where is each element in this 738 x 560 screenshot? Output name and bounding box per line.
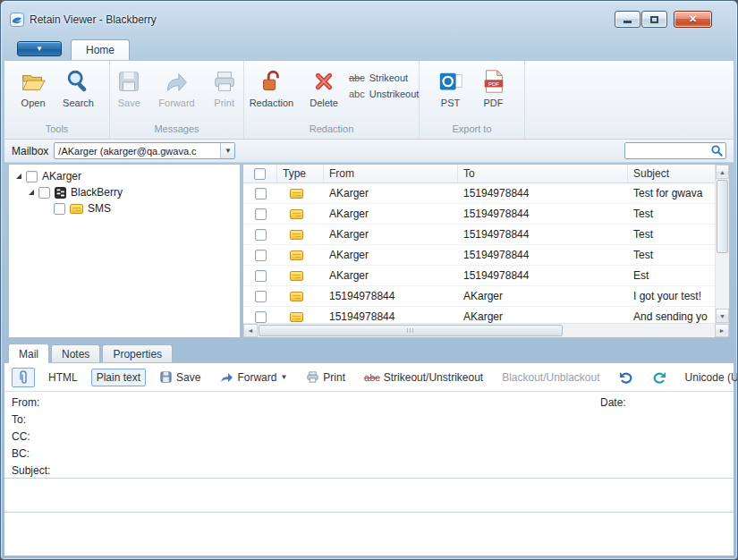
tree-checkbox[interactable] — [26, 171, 38, 182]
tab-notes[interactable]: Notes — [51, 344, 100, 362]
row-select-cell — [243, 270, 277, 282]
html-view-button[interactable]: HTML — [43, 369, 83, 386]
ribbon-tab-strip: ▼ Home — [4, 35, 734, 60]
mail-forward-button[interactable]: Forward ▼ — [214, 369, 293, 386]
vertical-scrollbar[interactable]: ▲ ▼ — [715, 165, 729, 323]
column-header-type[interactable]: Type — [277, 165, 324, 182]
cc-label: CC: — [12, 430, 30, 443]
strikeout-unstrikeout-button[interactable]: abc Strikeout/Unstrikeout — [359, 369, 488, 386]
cell-subject: I got your test! — [628, 290, 715, 302]
mail-body-area[interactable] — [4, 478, 734, 512]
tab-mail[interactable]: Mail — [8, 344, 49, 363]
column-header-subject[interactable]: Subject — [628, 165, 715, 182]
horizontal-scroll-thumb[interactable] — [259, 325, 563, 336]
ribbon-group-export: PST PDF PDF Export to — [420, 61, 525, 139]
tree-item-blackberry[interactable]: BlackBerry — [9, 184, 240, 200]
row-checkbox[interactable] — [255, 311, 267, 323]
scroll-right-icon[interactable]: ► — [715, 324, 729, 337]
search-button[interactable]: Search — [57, 65, 99, 111]
vertical-scroll-thumb[interactable] — [717, 180, 728, 253]
message-row[interactable]: AKarger 15194978844 Est — [243, 266, 715, 286]
bc-label: BC: — [12, 447, 30, 460]
delete-x-icon — [310, 68, 337, 95]
search-magnifier-icon[interactable] — [710, 144, 724, 157]
attachments-button[interactable] — [12, 368, 35, 387]
message-row[interactable]: 15194978844 AKarger I got your test! — [243, 286, 715, 307]
tree-checkbox[interactable] — [54, 203, 65, 215]
print-button[interactable]: Print — [206, 65, 243, 111]
list-search-box[interactable] — [624, 142, 726, 159]
forward-arrow-icon — [164, 68, 191, 95]
message-row[interactable]: 15194978844 AKarger And sending yo — [243, 307, 715, 323]
undo-button[interactable] — [614, 369, 639, 386]
row-select-cell — [243, 188, 277, 199]
select-all-checkbox[interactable] — [254, 168, 266, 180]
scroll-up-icon[interactable]: ▲ — [716, 165, 729, 179]
list-search-input[interactable] — [625, 144, 710, 157]
scroll-down-icon[interactable]: ▼ — [716, 309, 729, 323]
row-checkbox[interactable] — [255, 229, 267, 241]
row-checkbox[interactable] — [255, 291, 267, 302]
message-row[interactable]: AKarger 15194978844 Test for gwava — [243, 183, 715, 204]
mailbox-select[interactable]: /AKarger (akarger@qa.gwava.c ▼ — [54, 142, 235, 159]
export-pst-button[interactable]: PST — [432, 65, 470, 111]
group-label-messages: Messages — [110, 123, 243, 139]
mail-toolbar: HTML Plain text Save Forward ▼ Print — [4, 362, 734, 392]
encoding-select[interactable]: Unicode (UTF-8) ▼ — [680, 369, 738, 386]
mail-print-button[interactable]: Print — [301, 368, 351, 386]
message-row[interactable]: AKarger 15194978844 Test — [243, 225, 715, 245]
mail-save-button[interactable]: Save — [154, 368, 206, 386]
minimize-button[interactable] — [615, 11, 640, 28]
field-from-row: From: Date: — [12, 395, 734, 412]
redo-button[interactable] — [647, 369, 672, 386]
printer-icon — [306, 370, 319, 384]
horizontal-scrollbar[interactable]: ◄ ► — [243, 323, 729, 337]
app-window: Retain Viewer - Blackberry ✕ ▼ Home — [0, 0, 738, 560]
maximize-icon — [650, 16, 658, 23]
mail-header-fields: From: Date: To: CC: BC: Subject: — [4, 392, 734, 478]
application-menu-button[interactable]: ▼ — [17, 41, 62, 56]
tab-properties[interactable]: Properties — [102, 344, 173, 362]
redo-arrow-icon — [652, 371, 666, 384]
close-button[interactable]: ✕ — [674, 11, 712, 28]
row-type-cell — [277, 209, 324, 219]
unstrikeout-button[interactable]: abc Unstrikeout — [349, 89, 419, 99]
row-checkbox[interactable] — [255, 188, 267, 199]
message-row[interactable]: AKarger 15194978844 Test — [243, 245, 715, 266]
delete-button[interactable]: Delete — [304, 65, 344, 111]
tree-checkbox[interactable] — [38, 187, 50, 199]
row-checkbox[interactable] — [255, 208, 267, 220]
group-label-redaction: Redaction — [244, 123, 419, 139]
tree-item-akarger[interactable]: AKarger — [9, 168, 240, 184]
column-header-to[interactable]: To — [458, 165, 628, 182]
forward-button[interactable]: Forward — [153, 65, 199, 111]
export-pdf-button[interactable]: PDF PDF — [475, 65, 513, 111]
combo-dropdown-arrow-icon[interactable]: ▼ — [220, 143, 234, 158]
plain-text-view-button[interactable]: Plain text — [91, 369, 146, 386]
open-button[interactable]: Open — [14, 65, 52, 111]
row-type-cell — [277, 230, 324, 240]
message-row[interactable]: AKarger 15194978844 Test — [243, 204, 715, 225]
cell-subject: And sending yo — [628, 310, 715, 323]
scroll-left-icon[interactable]: ◄ — [243, 324, 258, 337]
cell-from: AKarger — [324, 228, 458, 241]
redaction-button[interactable]: Redaction — [244, 65, 300, 111]
save-button[interactable]: Save — [110, 65, 148, 111]
mail-attachments-area[interactable] — [4, 512, 734, 556]
maximize-button[interactable] — [641, 11, 667, 28]
ribbon-group-tools: Open Search Tools — [4, 61, 110, 139]
blackout-unblackout-button[interactable]: Blackout/Unblackout — [496, 369, 605, 386]
strikeout-button[interactable]: abc Strikeout — [349, 72, 419, 83]
subject-label: Subject: — [12, 464, 50, 477]
expand-triangle-icon[interactable] — [29, 190, 34, 195]
row-checkbox[interactable] — [255, 270, 267, 282]
tree-item-sms[interactable]: SMS — [9, 200, 240, 216]
tab-home[interactable]: Home — [71, 39, 130, 60]
save-disk-icon — [159, 370, 173, 384]
expand-triangle-icon[interactable] — [16, 174, 21, 179]
row-checkbox[interactable] — [255, 250, 267, 261]
mailbox-bar: Mailbox /AKarger (akarger@qa.gwava.c ▼ — [4, 140, 734, 163]
chevron-down-icon: ▼ — [36, 45, 43, 53]
ribbon-group-messages: Save Forward Print Message — [110, 61, 244, 139]
column-header-from[interactable]: From — [324, 165, 458, 182]
